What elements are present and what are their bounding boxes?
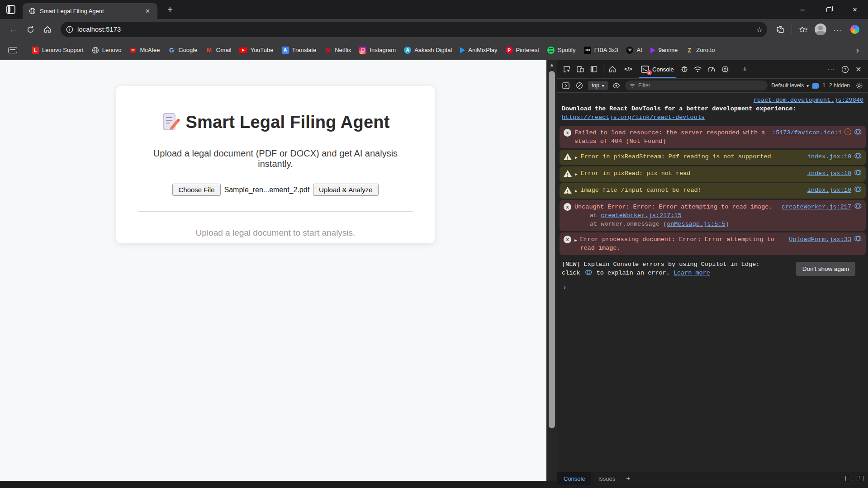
- issues-counter-icon[interactable]: [812, 83, 819, 89]
- dont-show-again-button[interactable]: Don't show again: [796, 262, 855, 276]
- welcome-tab-button[interactable]: [606, 62, 619, 76]
- bookmark-zoro[interactable]: Z Zoro.to: [682, 44, 719, 56]
- react-devtools-link[interactable]: https://reactjs.org/link/react-devtools: [562, 114, 705, 121]
- copilot-button[interactable]: [847, 22, 863, 37]
- open-issue-icon[interactable]: ↕: [844, 128, 851, 135]
- console-prompt[interactable]: ›: [557, 280, 868, 296]
- drawer-more-tabs-button[interactable]: +: [621, 472, 635, 485]
- device-emulation-button[interactable]: [574, 62, 587, 76]
- new-tab-button[interactable]: +: [164, 5, 176, 15]
- clear-console-button[interactable]: [574, 81, 584, 90]
- source-link[interactable]: createWorker.js:217: [782, 203, 851, 211]
- profile-button[interactable]: [813, 22, 828, 37]
- stack-link[interactable]: createWorker.js:217:15: [601, 212, 681, 219]
- filter-input[interactable]: [638, 82, 763, 89]
- expand-caret-icon[interactable]: ▶: [575, 187, 577, 196]
- upload-analyze-button[interactable]: Upload & Analyze: [313, 184, 378, 196]
- bookmarks-overflow-chevron[interactable]: ›: [852, 45, 863, 55]
- source-link[interactable]: :5173/favicon.ico:1: [772, 128, 842, 137]
- error-icon: x: [564, 236, 571, 243]
- copilot-explain-icon[interactable]: [854, 169, 862, 176]
- refresh-button[interactable]: [23, 22, 38, 37]
- copilot-explain-icon[interactable]: [854, 152, 862, 159]
- close-window-button[interactable]: ✕: [842, 0, 868, 19]
- favorite-star-button[interactable]: ☆: [756, 25, 763, 34]
- restore-button[interactable]: [816, 0, 842, 19]
- bookmark-lenovo[interactable]: Lenovo: [88, 44, 126, 56]
- console-settings-button[interactable]: [854, 80, 864, 91]
- devtools-help-button[interactable]: ?: [838, 62, 852, 76]
- scrollbar-up-arrow[interactable]: ▲: [548, 62, 555, 67]
- network-tool-button[interactable]: [691, 62, 705, 76]
- copilot-explain-icon[interactable]: [854, 186, 862, 193]
- devtools-close-button[interactable]: ✕: [852, 62, 865, 76]
- live-expression-button[interactable]: [612, 81, 621, 90]
- extensions-button[interactable]: [773, 22, 788, 37]
- copilot-explain-icon[interactable]: [854, 235, 862, 242]
- home-button[interactable]: [40, 22, 55, 37]
- expand-caret-icon[interactable]: ▶: [575, 154, 577, 162]
- bookmark-gmail[interactable]: M Gmail: [201, 44, 235, 56]
- issues-count[interactable]: 1: [822, 82, 825, 89]
- console-tab-active[interactable]: x Console: [637, 60, 678, 78]
- source-link[interactable]: react-dom.development.js:29840: [754, 97, 863, 104]
- settings-more-button[interactable]: ···: [830, 22, 845, 37]
- console-filter-field[interactable]: [625, 81, 768, 90]
- bookmark-fiba3x3[interactable]: 3x3 FIBA 3x3: [580, 44, 622, 56]
- source-link[interactable]: UploadForm.jsx:33: [789, 235, 851, 244]
- expand-caret-icon[interactable]: ▶: [574, 237, 577, 245]
- caret-down-icon: ▾: [806, 83, 809, 88]
- site-info-icon[interactable]: [66, 26, 73, 33]
- copilot-explain-icon[interactable]: [854, 203, 862, 209]
- bookmark-mcafee[interactable]: McAfee: [125, 44, 164, 56]
- bookmark-pinterest[interactable]: P Pinterest: [502, 44, 543, 56]
- drawer-tab-console[interactable]: Console: [557, 472, 592, 485]
- dock-side-button[interactable]: [587, 62, 601, 76]
- dock-drawer-icon[interactable]: [845, 476, 852, 481]
- browser-tab[interactable]: Smart Legal Filing Agent ✕: [23, 3, 157, 19]
- bookmark-9anime[interactable]: 9anime: [646, 44, 682, 56]
- bookmark-netflix[interactable]: N Netflix: [320, 44, 355, 56]
- favorites-button[interactable]: [796, 22, 811, 37]
- device-toolbar-icon: [576, 65, 584, 73]
- address-bar[interactable]: localhost:5173 ☆: [61, 22, 767, 37]
- bookmark-ai[interactable]: ✳ AI: [622, 44, 646, 56]
- debugger-tool-button[interactable]: [678, 62, 691, 76]
- bookmark-instagram[interactable]: Instagram: [355, 44, 400, 56]
- copilot-explain-icon[interactable]: [854, 128, 862, 135]
- collections-icon[interactable]: [8, 47, 17, 53]
- page-scrollbar[interactable]: ▲: [546, 60, 557, 481]
- bookmark-youtube[interactable]: YouTube: [235, 44, 277, 56]
- url-text[interactable]: localhost:5173: [77, 26, 752, 33]
- expand-caret-icon[interactable]: ▶: [575, 171, 577, 179]
- stack-link[interactable]: onMessage.js:5:5: [667, 221, 726, 227]
- hidden-messages-count[interactable]: 2 hidden: [829, 82, 850, 89]
- choose-file-button[interactable]: Choose File: [172, 184, 220, 196]
- bookmark-animixplay[interactable]: AniMixPlay: [456, 44, 501, 56]
- performance-tool-button[interactable]: [705, 62, 718, 76]
- drawer-tab-issues[interactable]: Issues: [592, 472, 622, 485]
- bookmark-spotify[interactable]: Spotify: [543, 44, 580, 56]
- source-link[interactable]: index.jsx:10: [807, 169, 851, 178]
- context-selector[interactable]: top ▾: [588, 81, 608, 90]
- scrollbar-thumb[interactable]: [549, 71, 555, 428]
- tab-close-button[interactable]: ✕: [142, 7, 153, 15]
- source-link[interactable]: index.jsx:10: [807, 186, 851, 194]
- console-sidebar-button[interactable]: [561, 81, 571, 90]
- bookmark-google[interactable]: G Google: [164, 44, 202, 56]
- memory-tool-button[interactable]: [718, 62, 732, 76]
- source-link[interactable]: index.jsx:10: [807, 152, 851, 161]
- elements-tab-button[interactable]: </>: [619, 62, 637, 76]
- inspect-element-button[interactable]: [560, 62, 574, 76]
- devtools-more-options-button[interactable]: ···: [825, 62, 838, 76]
- more-tools-button[interactable]: +: [738, 62, 752, 76]
- workspaces-icon[interactable]: [6, 5, 15, 14]
- bookmark-aakash-digital[interactable]: A Aakash Digital: [400, 44, 456, 56]
- minimize-button[interactable]: ─: [789, 0, 816, 19]
- learn-more-link[interactable]: Learn more: [674, 270, 710, 276]
- bookmark-translate[interactable]: A Translate: [278, 44, 321, 56]
- default-levels-dropdown[interactable]: Default levels ▾: [771, 82, 809, 89]
- expand-drawer-icon[interactable]: [857, 476, 863, 481]
- bookmark-lenovo-support[interactable]: L Lenovo Support: [28, 44, 88, 56]
- back-button[interactable]: ←: [5, 22, 21, 37]
